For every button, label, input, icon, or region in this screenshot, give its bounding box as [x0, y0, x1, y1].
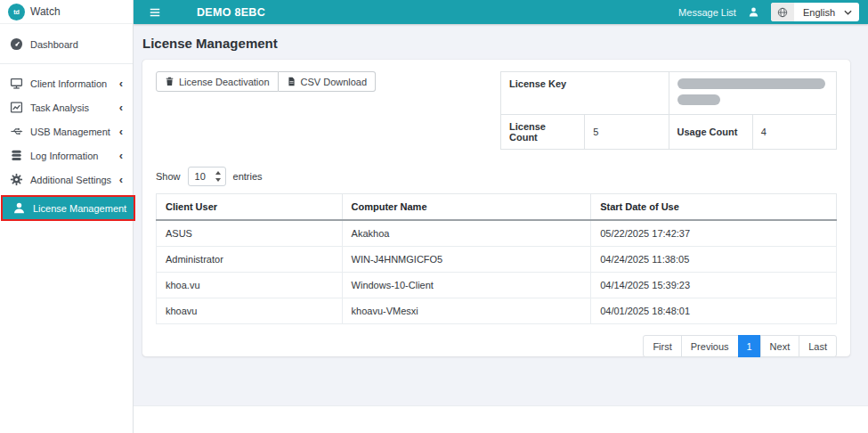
toolbar-button-group: License Deactivation CSV Download [156, 71, 376, 92]
gear-icon [10, 173, 23, 186]
start-date-cell: 04/14/2025 15:39:23 [591, 273, 837, 298]
language-label: English [794, 7, 844, 18]
page-size-select[interactable]: 10 [188, 167, 226, 186]
sidebar-item-client-information[interactable]: Client Information ‹ [0, 71, 133, 95]
sidebar-item-label: Log Information [30, 151, 98, 161]
dashboard-icon [10, 37, 23, 51]
entries-label: entries [233, 171, 263, 182]
sidebar-item-additional-settings[interactable]: Additional Settings ‹ [0, 167, 133, 192]
start-date-cell: 04/24/2025 11:38:05 [591, 247, 837, 273]
chevron-left-icon: ‹ [119, 126, 123, 137]
sidebar-item-license-management[interactable]: License Management [1, 195, 135, 221]
pagination-last-button[interactable]: Last [799, 335, 837, 357]
usb-icon [10, 125, 23, 138]
table-header-row: Client User Computer Name Start Date of … [157, 194, 837, 221]
license-count-value: 5 [585, 115, 669, 150]
pagination-next-button[interactable]: Next [760, 335, 800, 357]
table-row: khoavu khoavu-VMesxi 04/01/2025 18:48:01 [157, 298, 837, 324]
top-navbar: DEMO 8EBC Message List English [134, 0, 868, 24]
language-selector[interactable]: English [771, 3, 859, 21]
computer-name-cell: WIN-J4HNMGICFO5 [342, 247, 591, 273]
sidebar-item-usb-management[interactable]: USB Management ‹ [0, 119, 133, 143]
globe-icon [771, 3, 794, 21]
sidebar-item-task-analysis[interactable]: Task Analysis ‹ [0, 95, 133, 119]
page-size-select-wrap: 10 [188, 167, 226, 186]
column-header-computer-name: Computer Name [342, 194, 591, 221]
redacted-license-key [677, 94, 720, 105]
table-row: Administrator WIN-J4HNMGICFO5 04/24/2025… [157, 247, 837, 273]
chevron-down-icon [844, 10, 852, 15]
sidebar-item-log-information[interactable]: Log Information ‹ [0, 143, 133, 167]
brand[interactable]: td Watch [0, 0, 133, 24]
csv-download-button[interactable]: CSV Download [279, 71, 377, 92]
column-header-start-date: Start Date of Use [591, 194, 837, 221]
app-name: Watch [30, 5, 61, 18]
sidebar-item-label: Dashboard [30, 39, 78, 50]
chevron-left-icon: ‹ [119, 102, 123, 113]
table-row: ASUS Akakhoa 05/22/2025 17:42:37 [157, 220, 837, 247]
monitor-icon [10, 77, 23, 90]
database-icon [10, 149, 23, 162]
sidebar-item-label: USB Management [30, 127, 110, 137]
csv-file-icon [287, 77, 296, 86]
client-user-cell: Administrator [157, 247, 343, 273]
app-logo-icon: td [8, 4, 25, 20]
sidebar-item-dashboard[interactable]: Dashboard [0, 32, 133, 56]
sidebar-item-label: Client Information [30, 78, 107, 89]
license-card: License Deactivation CSV Download Licens… [142, 60, 850, 356]
user-icon [12, 201, 26, 215]
license-key-row: License Key [501, 72, 837, 115]
sidebar-item-label: Task Analysis [30, 102, 89, 113]
sidebar-menu: Dashboard Client Information ‹ Task Anal… [0, 24, 133, 221]
footer [134, 405, 868, 433]
csv-download-label: CSV Download [301, 77, 368, 87]
license-key-value [669, 72, 837, 115]
user-account-icon[interactable] [748, 6, 759, 18]
table-row: khoa.vu Windows-10-Client 04/14/2025 15:… [157, 273, 837, 298]
pagination-first-button[interactable]: First [643, 335, 681, 357]
license-key-label: License Key [501, 72, 669, 115]
license-info-table: License Key License Count 5 Usage Count … [500, 71, 837, 150]
chevron-left-icon: ‹ [119, 78, 123, 89]
chevron-left-icon: ‹ [119, 174, 123, 185]
computer-name-cell: Windows-10-Client [342, 273, 591, 298]
chart-line-icon [10, 101, 23, 114]
computer-name-cell: Akakhoa [342, 220, 591, 247]
license-count-label: License Count [501, 115, 585, 150]
message-list-link[interactable]: Message List [678, 7, 736, 18]
pagination-page-1-button[interactable]: 1 [738, 335, 761, 357]
license-deactivation-label: License Deactivation [179, 77, 270, 87]
chevron-left-icon: ‹ [119, 150, 123, 161]
license-count-row: License Count 5 Usage Count 4 [501, 115, 837, 150]
redacted-license-key [677, 78, 825, 89]
license-usage-table: Client User Computer Name Start Date of … [156, 193, 837, 324]
sidebar-item-label: Additional Settings [30, 175, 111, 185]
trash-icon [165, 77, 174, 86]
sidebar: td Watch Dashboard Client Information ‹ … [0, 0, 134, 433]
computer-name-cell: khoavu-VMesxi [342, 298, 591, 324]
pagination-previous-button[interactable]: Previous [681, 335, 739, 357]
page-title: License Management [142, 36, 868, 51]
sidebar-item-label: License Management [33, 203, 126, 214]
client-user-cell: ASUS [157, 220, 343, 247]
usage-count-label: Usage Count [669, 115, 752, 150]
pagination: First Previous 1 Next Last [156, 335, 837, 357]
entries-control: Show 10 entries [156, 167, 837, 186]
start-date-cell: 04/01/2025 18:48:01 [591, 298, 837, 324]
start-date-cell: 05/22/2025 17:42:37 [591, 220, 837, 247]
content-area: License Management License Deactivation … [134, 24, 868, 405]
show-label: Show [156, 171, 181, 182]
column-header-client-user: Client User [157, 194, 343, 221]
window-title: DEMO 8EBC [197, 6, 265, 19]
menu-divider [0, 63, 133, 64]
usage-count-value: 4 [752, 115, 836, 150]
client-user-cell: khoavu [157, 298, 343, 324]
hamburger-menu-icon[interactable] [149, 6, 161, 19]
client-user-cell: khoa.vu [157, 273, 343, 298]
license-deactivation-button[interactable]: License Deactivation [156, 71, 279, 92]
